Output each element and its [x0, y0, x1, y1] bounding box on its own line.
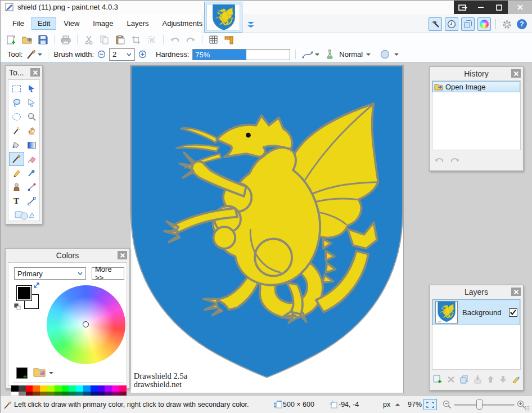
undo-button[interactable]: [434, 156, 444, 164]
history-item[interactable]: Open Image: [432, 81, 520, 92]
layer-visibility-checkbox[interactable]: [509, 308, 517, 317]
pop-out-button[interactable]: [454, 1, 472, 14]
palette-swatch[interactable]: [76, 385, 83, 392]
palette-swatch[interactable]: [91, 385, 98, 392]
palette-swatch[interactable]: [55, 385, 62, 392]
image-tab[interactable]: [204, 2, 242, 33]
move-layer-down-button[interactable]: [499, 375, 506, 383]
tool-pan[interactable]: [24, 124, 39, 138]
tools-panel-titlebar[interactable]: To...: [6, 66, 42, 79]
palette-swatch[interactable]: [26, 385, 33, 392]
grid-toggle-button[interactable]: [208, 34, 220, 46]
merge-down-button[interactable]: [474, 375, 481, 384]
layers-panel-close-button[interactable]: [511, 288, 521, 296]
primary-color-swatch[interactable]: [16, 285, 32, 301]
hardness-input[interactable]: 75%: [192, 49, 290, 60]
image-list-chevron-icon[interactable]: [246, 21, 255, 29]
help-button[interactable]: ?: [516, 18, 528, 30]
layer-row-background[interactable]: Background: [432, 299, 520, 325]
colors-panel-close-button[interactable]: [118, 251, 127, 259]
swap-colors-icon[interactable]: [33, 282, 40, 289]
tool-color-picker[interactable]: [24, 166, 39, 180]
deselect-button[interactable]: [146, 34, 158, 46]
ruler-toggle-button[interactable]: [223, 34, 236, 46]
tool-lasso-select[interactable]: [9, 96, 24, 110]
title-bar[interactable]: shield (11).png - paint.net 4.0.3: [1, 1, 532, 14]
minimize-button[interactable]: [472, 1, 490, 14]
palette-swatch[interactable]: [69, 385, 76, 392]
close-button[interactable]: [508, 1, 532, 14]
menu-view[interactable]: View: [57, 17, 85, 30]
unit-selector[interactable]: px: [383, 401, 390, 408]
settings-button[interactable]: [501, 18, 513, 30]
new-image-button[interactable]: [5, 34, 17, 46]
layers-toggle-button[interactable]: [461, 17, 475, 31]
cut-button[interactable]: [83, 34, 95, 46]
menu-adjustments[interactable]: Adjustments: [156, 17, 209, 30]
palette-folder-button[interactable]: [33, 366, 47, 378]
print-button[interactable]: [60, 34, 72, 46]
zoom-out-button[interactable]: [443, 400, 452, 409]
tool-pencil[interactable]: [9, 166, 24, 180]
palette-swatch[interactable]: [19, 385, 26, 392]
active-tool-button[interactable]: [26, 49, 43, 60]
tool-magic-wand[interactable]: [9, 124, 24, 138]
tool-paint-bucket[interactable]: [9, 138, 24, 152]
menu-image[interactable]: Image: [87, 17, 119, 30]
color-mode-select[interactable]: Primary: [14, 267, 86, 280]
brush-width-combo[interactable]: 2: [109, 48, 135, 61]
reset-colors-icon[interactable]: [14, 303, 21, 310]
tools-panel-close-button[interactable]: [30, 68, 40, 77]
history-panel-titlebar[interactable]: History: [430, 67, 523, 80]
tool-move-selected-pixels[interactable]: [24, 82, 39, 96]
menu-edit[interactable]: Edit: [31, 17, 56, 30]
layers-panel-titlebar[interactable]: Layers: [430, 285, 523, 299]
decrease-width-button[interactable]: [97, 50, 106, 59]
maximize-button[interactable]: [490, 1, 508, 14]
palette-swatch[interactable]: [112, 385, 119, 392]
color-wheel[interactable]: [47, 285, 125, 364]
tool-recolor[interactable]: [24, 180, 39, 194]
palette-swatch[interactable]: [40, 385, 47, 392]
tool-move-selection[interactable]: [24, 96, 39, 110]
tool-shapes[interactable]: [9, 208, 39, 222]
redo-button[interactable]: [450, 156, 460, 164]
layer-properties-button[interactable]: [512, 375, 520, 384]
delete-layer-button[interactable]: [447, 376, 454, 383]
antialiasing-button[interactable]: [323, 49, 336, 60]
zoom-slider-track[interactable]: [454, 404, 515, 406]
zoom-slider-thumb[interactable]: [476, 399, 483, 410]
tool-rectangle-select[interactable]: [9, 82, 24, 96]
save-button[interactable]: [37, 34, 49, 46]
paste-button[interactable]: [114, 34, 127, 46]
canvas[interactable]: [130, 65, 404, 393]
redo-button[interactable]: [184, 34, 197, 46]
blend-mode-value[interactable]: Normal: [339, 50, 363, 59]
tool-gradient[interactable]: [24, 138, 39, 152]
more-button[interactable]: More >>: [92, 267, 124, 280]
copy-button[interactable]: [98, 34, 111, 46]
palette-swatch[interactable]: [47, 385, 55, 392]
palette-swatch[interactable]: [62, 385, 69, 392]
palette-swatch[interactable]: [83, 385, 91, 392]
open-button[interactable]: [21, 34, 33, 46]
palette-swatch[interactable]: [33, 385, 40, 392]
duplicate-layer-button[interactable]: [460, 375, 468, 384]
palette-swatch[interactable]: [11, 385, 19, 392]
move-layer-up-button[interactable]: [487, 375, 494, 383]
menu-layers[interactable]: Layers: [120, 17, 155, 30]
tool-ellipse-select[interactable]: [9, 110, 24, 124]
colors-toggle-button[interactable]: [477, 17, 491, 31]
color-wheel-cursor[interactable]: [83, 321, 89, 327]
crop-button[interactable]: [130, 34, 142, 46]
palette-swatch[interactable]: [105, 385, 112, 392]
tool-paintbrush[interactable]: [9, 152, 24, 166]
menu-file[interactable]: File: [6, 17, 30, 30]
palette-swatch[interactable]: [119, 385, 127, 392]
tool-text[interactable]: T: [9, 194, 24, 208]
increase-width-button[interactable]: [138, 50, 147, 59]
selection-quality-button[interactable]: [301, 49, 320, 60]
tool-clone-stamp[interactable]: [9, 180, 24, 194]
tools-toggle-button[interactable]: [429, 17, 442, 31]
tool-zoom[interactable]: [24, 110, 39, 124]
